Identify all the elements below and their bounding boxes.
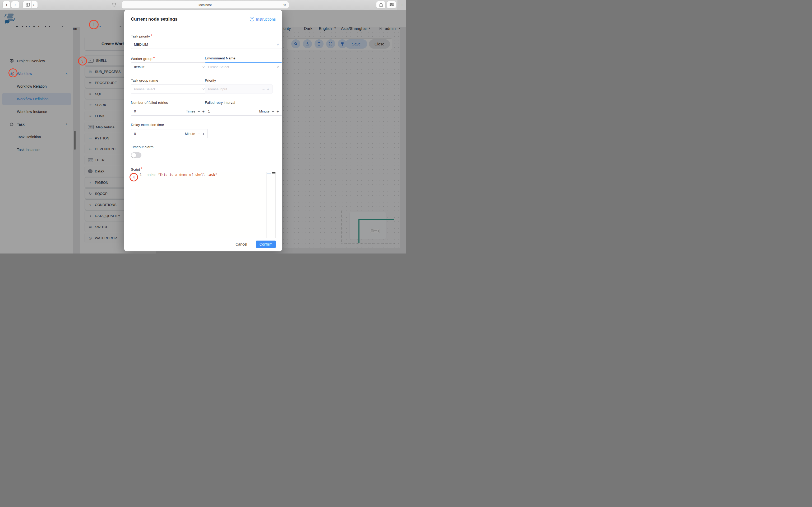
browser-forward-button[interactable]: › <box>11 1 19 8</box>
retries-suffix: Times <box>186 109 195 113</box>
browser-tab-overview-button[interactable] <box>387 1 396 8</box>
minus-icon[interactable]: − <box>272 109 274 114</box>
browser-back-button[interactable]: ‹ <box>3 1 10 8</box>
screen: ‹ › ∨ localhost ↻ + DolphinScheduler Hom… <box>0 0 406 253</box>
toggle-knob <box>132 153 136 158</box>
task-group-name-select[interactable]: Please Select ∨ <box>131 84 208 94</box>
code-keyword: echo <box>148 173 155 177</box>
priority-label: Priority <box>205 78 216 82</box>
browser-sidebar-toggle[interactable]: ∨ <box>23 1 38 8</box>
browser-chrome: ‹ › ∨ localhost ↻ + <box>0 0 406 10</box>
editor-right-border <box>275 172 276 238</box>
address-bar[interactable]: localhost ↻ <box>121 1 289 8</box>
chevron-down-icon: ∨ <box>33 3 35 6</box>
retry-interval-input[interactable]: 1 Minute−+ <box>205 107 282 116</box>
annotation-step-4: 4 <box>130 173 138 181</box>
retry-interval-label: Failed retry interval <box>205 101 235 105</box>
delay-time-input[interactable]: 0 Minute−+ <box>131 129 208 138</box>
sidebar-toggle-icon <box>26 3 30 7</box>
plus-icon[interactable]: + <box>267 87 269 91</box>
editor-minimap-divider <box>266 172 267 238</box>
forward-icon: › <box>14 2 16 7</box>
script-label: Script* <box>131 167 143 172</box>
plus-icon[interactable]: + <box>202 131 205 136</box>
plus-icon[interactable]: + <box>276 109 279 114</box>
share-icon <box>379 3 383 7</box>
chevron-down-icon: ∨ <box>276 65 280 69</box>
task-priority-select[interactable]: MEDIUM ∨ <box>131 40 282 49</box>
back-icon: ‹ <box>6 2 7 7</box>
failed-retries-label: Number of failed retries <box>131 101 168 105</box>
refresh-icon[interactable]: ↻ <box>283 3 286 7</box>
shield-icon[interactable] <box>112 3 116 7</box>
delay-suffix: Minute <box>185 132 195 136</box>
editor-code-line: echo "This is a demo of shell task" <box>148 173 217 177</box>
modal-title: Current node settings <box>131 17 177 22</box>
editor-minimap <box>267 173 271 173</box>
worker-group-select[interactable]: default ∨ <box>131 62 208 71</box>
timeout-alarm-label: Timeout alarm <box>131 145 154 149</box>
script-editor[interactable]: 1 echo "This is a demo of shell task" <box>135 172 276 238</box>
plus-icon: + <box>401 2 403 8</box>
interval-suffix: Minute <box>259 109 269 113</box>
environment-name-label: Environment Name <box>205 56 236 60</box>
delay-time-label: Delay execution time <box>131 123 164 127</box>
instructions-link[interactable]: ? Instructions <box>250 17 276 21</box>
annotation-step-2: 2 <box>8 68 17 77</box>
code-string: "This is a demo of shell task" <box>158 173 217 177</box>
priority-input[interactable]: Please Input −+ <box>205 84 272 94</box>
address-bar-url: localhost <box>199 3 211 7</box>
minus-icon[interactable]: − <box>262 87 265 91</box>
cancel-button[interactable]: Cancel <box>233 240 250 248</box>
minus-icon[interactable]: − <box>197 109 200 114</box>
environment-name-select[interactable]: Please Select ∨ <box>205 62 282 71</box>
timeout-alarm-toggle[interactable] <box>131 152 141 158</box>
editor-scrollbar-thumb[interactable] <box>272 172 275 173</box>
node-settings-modal: Current node settings ? Instructions Tas… <box>124 10 282 251</box>
worker-group-label: Worker group* <box>131 56 155 61</box>
confirm-button[interactable]: Confirm <box>256 240 276 248</box>
browser-share-button[interactable] <box>376 1 386 8</box>
help-icon: ? <box>250 17 254 21</box>
task-priority-label: Task priority* <box>131 34 152 39</box>
minus-icon[interactable]: − <box>197 131 200 136</box>
task-group-name-label: Task group name <box>131 78 158 82</box>
chevron-down-icon: ∨ <box>276 43 280 46</box>
grid-icon <box>390 3 394 6</box>
plus-icon[interactable]: + <box>202 109 205 114</box>
annotation-step-3: 3 <box>78 57 87 65</box>
annotation-step-1: 1 <box>89 20 99 29</box>
new-tab-button[interactable]: + <box>398 0 406 10</box>
failed-retries-input[interactable]: 0 Times−+ <box>131 107 208 116</box>
